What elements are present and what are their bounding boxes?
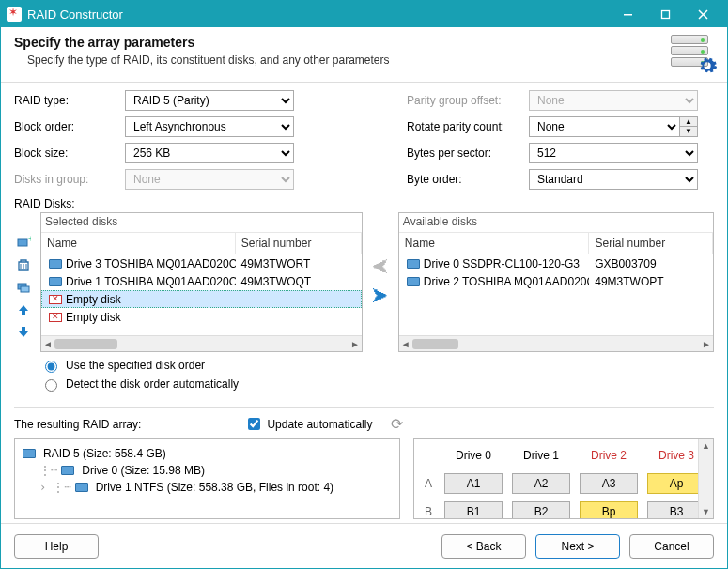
byte-order-label: Byte order: [407,173,529,186]
drives-stack-icon [671,35,714,72]
svg-rect-0 [624,14,632,16]
col-serial[interactable]: Serial number [589,233,713,254]
stripe-col-header: Drive 2 [591,449,627,462]
app-icon [7,7,22,22]
move-left-arrow[interactable]: ⮜ [372,258,389,278]
stripe-col-header: Drive 3 [658,449,694,462]
missing-disk-icon [49,313,62,322]
refresh-icon[interactable]: ⟳ [391,415,403,433]
raid-type-label: RAID type: [14,94,125,107]
selected-disks-panel: Selected disks Name Serial number Drive … [40,212,363,352]
parity-offset-label: Parity group offset: [407,94,529,107]
gear-icon [697,55,718,76]
help-button[interactable]: Help [14,534,99,559]
stripe-cell: Ap [647,473,705,494]
stripe-cell: A1 [444,473,503,494]
tree-node[interactable]: Drive 0 (Size: 15.98 MB) [82,464,205,477]
minimize-button[interactable] [609,1,646,27]
disks-in-group-select: None [125,169,294,190]
block-size-select[interactable]: 256 KB [125,143,294,163]
wizard-footer: Help < Back Next > Cancel [1,523,727,568]
close-button[interactable] [684,1,721,27]
stripe-vscroll[interactable]: ▲▼ [698,439,713,518]
stripe-col-header: Drive 1 [523,449,559,462]
disk-row[interactable]: Empty disk [41,308,362,326]
available-disks-caption: Available disks [399,213,713,232]
next-button[interactable]: Next > [535,534,620,559]
rotate-parity-up[interactable]: ▲ [680,117,697,127]
back-button[interactable]: < Back [441,534,526,559]
rotate-parity-down[interactable]: ▼ [680,127,697,136]
stripe-cell: B3 [647,501,705,519]
parameters-form: RAID type: RAID 5 (Parity) Parity group … [14,90,714,190]
stripe-cell: A3 [580,473,638,494]
byte-order-select[interactable]: Standard [529,169,698,190]
add-missing-disk-button[interactable]: ＋ [14,233,33,252]
tree-root[interactable]: RAID 5 (Size: 558.4 GB) [43,447,166,460]
stripe-cell: B1 [444,501,503,519]
move-up-button[interactable] [14,300,33,319]
block-order-label: Block order: [14,120,125,133]
stripe-row-header: A [425,477,432,490]
order-auto-radio[interactable]: Detect the disk order automatically [40,377,714,392]
hdd-icon [407,277,420,286]
maximize-button[interactable] [646,1,684,27]
hdd-icon [49,259,62,269]
available-hscroll[interactable]: ◄► [399,335,713,351]
disk-row[interactable]: Empty disk [41,290,362,308]
order-specified-radio[interactable]: Use the specified disk order [40,358,714,373]
duplicate-disk-button[interactable] [14,278,33,297]
bytes-per-sector-label: Bytes per sector: [407,146,529,160]
stripe-cell: B2 [512,501,570,519]
result-label: The resulting RAID array: [14,418,141,431]
hdd-icon [407,259,420,269]
move-down-button[interactable] [14,323,33,342]
disks-in-group-label: Disks in group: [14,173,125,186]
update-auto-checkbox[interactable]: Update automatically [244,415,372,433]
window-title: RAID Constructor [27,8,123,22]
stripe-col-header: Drive 0 [456,449,491,462]
col-serial[interactable]: Serial number [236,233,362,254]
raid-type-select[interactable]: RAID 5 (Parity) [125,90,294,111]
block-order-select[interactable]: Left Asynchronous [125,116,294,137]
disk-row[interactable]: Drive 0 SSDPR-CL100-120-G3GXB003709 [399,254,713,272]
page-subtitle: Specify the type of RAID, its constituen… [27,54,671,67]
tree-node[interactable]: Drive 1 NTFS (Size: 558.38 GB, Files in … [96,481,333,494]
svg-rect-5 [21,286,29,292]
stripe-cell: A2 [512,473,570,494]
raid-disks-label: RAID Disks: [14,197,714,210]
disk-row[interactable]: Drive 3 TOSHIBA MQ01AAD020C49M3TWORT [41,254,362,272]
block-size-label: Block size: [14,146,125,160]
selected-hscroll[interactable]: ◄► [41,335,362,351]
svg-rect-1 [661,10,669,18]
col-name[interactable]: Name [399,233,590,254]
rotate-parity-select[interactable]: None [529,116,680,137]
selected-disks-caption: Selected disks [41,213,362,232]
disk-row[interactable]: Drive 2 TOSHIBA MQ01AAD020C49M3TWOPT [399,272,713,290]
bytes-per-sector-select[interactable]: 512 [529,143,698,163]
stripe-cell: Bp [580,501,638,519]
stripe-row-header: B [425,505,432,518]
page-title: Specify the array parameters [14,35,671,50]
remove-disk-button[interactable] [14,255,33,274]
rotate-parity-label: Rotate parity count: [407,120,529,133]
col-name[interactable]: Name [41,233,236,254]
disk-row[interactable]: Drive 1 TOSHIBA MQ01AAD020C49M3TWOQT [41,272,362,290]
page-header: Specify the array parameters Specify the… [1,27,727,83]
available-disks-panel: Available disks Name Serial number Drive… [398,212,714,352]
move-right-arrow[interactable]: ⮞ [372,287,389,307]
hdd-icon [49,277,62,286]
result-tree[interactable]: RAID 5 (Size: 558.4 GB) ⋮┄Drive 0 (Size:… [14,438,400,519]
missing-disk-icon [49,295,62,304]
title-bar: RAID Constructor [1,1,727,27]
stripe-map-panel: Drive 0Drive 1Drive 2Drive 3AA1A2A3ApBB1… [413,438,714,519]
parity-offset-select: None [529,90,698,111]
svg-text:＋: ＋ [26,235,31,243]
cancel-button[interactable]: Cancel [629,534,714,559]
